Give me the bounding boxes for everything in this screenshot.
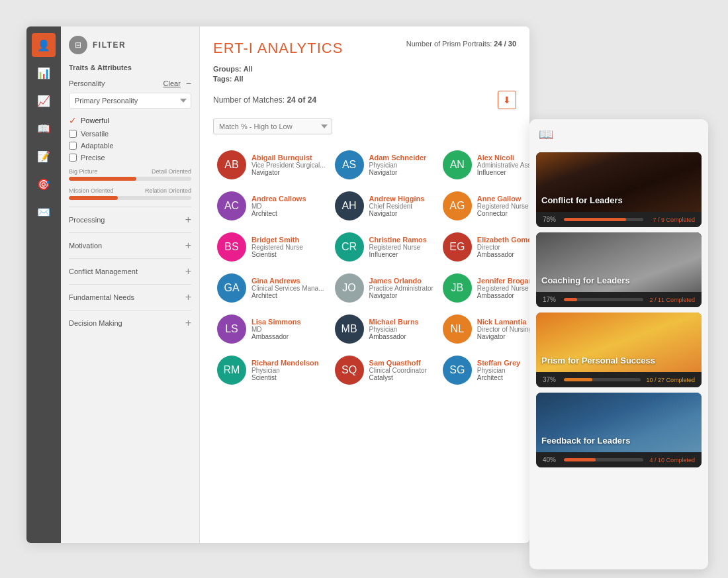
person-info: Jennifer Brogan Registered Nurse Ambassa… xyxy=(477,277,529,299)
person-avatar: AG xyxy=(443,191,472,220)
course-card[interactable]: Conflict for Leaders 78% 7 / 9 Completed xyxy=(536,152,702,227)
person-title: Director xyxy=(477,244,529,251)
person-avatar: AN xyxy=(443,150,472,179)
person-info: Adam Schneider Physician Navigator xyxy=(369,154,433,176)
filter-panel: ⊟ FILTER Traits & Attributes Personality… xyxy=(61,26,200,543)
filter-decision-plus: + xyxy=(185,317,191,329)
progress-bar-track xyxy=(564,298,643,301)
person-name: Bridget Smith xyxy=(251,236,326,244)
person-card[interactable]: GA Gina Andrews Clinical Services Mana..… xyxy=(213,268,330,308)
nav-analytics[interactable]: 📊 xyxy=(32,61,56,85)
person-name: Richard Mendelson xyxy=(251,359,326,367)
person-card[interactable]: SG Steffan Grey Physician Architect xyxy=(439,350,529,390)
person-card[interactable]: AN Alex Nicoli Administrative Assistant … xyxy=(439,145,529,185)
download-button[interactable]: ⬇ xyxy=(498,91,516,109)
groups-row: Groups: All xyxy=(213,65,516,73)
nav-messages[interactable]: ✉️ xyxy=(32,200,56,224)
course-panel-header: 📖 xyxy=(529,119,708,150)
filter-processing-label: Processing xyxy=(69,216,105,224)
person-avatar: SQ xyxy=(335,356,364,385)
person-card[interactable]: RM Richard Mendelson Physician Scientist xyxy=(213,350,330,390)
person-card[interactable]: AB Abigail Burnquist Vice President Surg… xyxy=(213,145,330,185)
person-name: Christine Ramos xyxy=(369,236,433,244)
person-name: Anne Gallow xyxy=(477,195,529,203)
person-title: Physician xyxy=(477,367,529,374)
course-completed: 2 / 11 Completed xyxy=(649,297,695,303)
course-card-title: Conflict for Leaders xyxy=(541,195,623,207)
content-header: ERT-I ANALYTICS Number of Prism Portrait… xyxy=(213,40,516,57)
traits-section-title: Traits & Attributes xyxy=(69,64,191,72)
personality-dropdown[interactable]: Primary Personality Secondary Personalit… xyxy=(69,93,191,109)
course-pct: 17% xyxy=(543,296,559,303)
person-info: Abigail Burnquist Vice President Surgica… xyxy=(251,154,326,176)
nav-sidebar: 👤 📊 📈 📖 📝 🎯 ✉️ xyxy=(26,26,61,543)
progress-bar-fill xyxy=(564,218,626,221)
person-card[interactable]: NL Nick Lamantia Director of Nursing Nav… xyxy=(439,309,529,349)
person-role: Navigator xyxy=(251,169,326,176)
course-completed: 4 / 10 Completed xyxy=(649,457,695,463)
person-title: Registered Nurse xyxy=(477,285,529,292)
slider-track-mission[interactable] xyxy=(69,196,191,200)
sort-dropdown[interactable]: Match % - High to Low Match % - Low to H… xyxy=(213,119,332,134)
portrait-count: Number of Prism Portraits: 24 / 30 xyxy=(406,40,516,48)
slider-mission-labels: Mission Oriented Relation Oriented xyxy=(69,187,191,194)
filter-processing-plus: + xyxy=(185,214,191,226)
checkbox-precise-input[interactable] xyxy=(69,154,77,162)
person-avatar: AC xyxy=(217,191,246,220)
minus-button[interactable]: − xyxy=(186,78,191,89)
checkbox-adaptable-input[interactable] xyxy=(69,142,77,150)
course-card[interactable]: Coaching for Leaders 17% 2 / 11 Complete… xyxy=(536,232,702,307)
person-card[interactable]: SQ Sam Quasthoff Clinical Coordinator Ca… xyxy=(331,350,437,390)
course-card-title: Prism for Personal Success xyxy=(541,356,655,367)
tags-value: All xyxy=(234,75,244,83)
nav-courses[interactable]: 📖 xyxy=(32,117,56,140)
slider-track-bigpicture[interactable] xyxy=(69,177,191,181)
checkbox-label-versatile: Versatile xyxy=(81,130,109,138)
person-role: Navigator xyxy=(369,292,433,299)
person-avatar: CR xyxy=(335,232,364,262)
filter-decision[interactable]: Decision Making + xyxy=(69,310,191,336)
clear-link[interactable]: Clear xyxy=(163,79,181,87)
filter-processing[interactable]: Processing + xyxy=(69,207,191,232)
checkbox-versatile-input[interactable] xyxy=(69,130,77,138)
course-pct: 37% xyxy=(543,376,559,383)
person-role: Ambassador xyxy=(477,251,529,258)
personality-label: Personality xyxy=(69,79,105,87)
course-card-image: Conflict for Leaders xyxy=(536,152,702,212)
person-name: Gina Andrews xyxy=(251,277,326,285)
person-info: Anne Gallow Registered Nurse Connector xyxy=(477,195,529,217)
person-name: Andrea Callows xyxy=(251,195,326,203)
filter-icon: ⊟ xyxy=(69,36,87,54)
person-card[interactable]: BS Bridget Smith Registered Nurse Scient… xyxy=(213,227,330,267)
course-completed: 7 / 9 Completed xyxy=(649,217,695,223)
course-panel: 📖 Conflict for Leaders 78% 7 / 9 Complet… xyxy=(529,119,708,569)
person-card[interactable]: LS Lisa Simmons MD Ambassador xyxy=(213,309,330,349)
person-role: Catalyst xyxy=(369,374,433,381)
person-name: Jennifer Brogan xyxy=(477,277,529,285)
nav-targets[interactable]: 🎯 xyxy=(32,172,56,196)
filter-motivation-plus: + xyxy=(185,240,191,252)
filter-fundamental[interactable]: Fundamental Needs + xyxy=(69,284,191,310)
courses-scroll[interactable]: Conflict for Leaders 78% 7 / 9 Completed… xyxy=(529,150,708,569)
person-card[interactable]: EG Elizabeth Gomez Director Ambassador xyxy=(439,227,529,267)
course-card[interactable]: Feedback for Leaders 40% 4 / 10 Complete… xyxy=(536,393,702,467)
person-card[interactable]: AG Anne Gallow Registered Nurse Connecto… xyxy=(439,186,529,226)
filter-fundamental-plus: + xyxy=(185,291,191,303)
filter-conflict[interactable]: Conflict Management + xyxy=(69,258,191,284)
person-card[interactable]: AC Andrea Callows MD Architect xyxy=(213,186,330,226)
person-card[interactable]: CR Christine Ramos Registered Nurse Infl… xyxy=(331,227,437,267)
nav-profile[interactable]: 👤 xyxy=(32,33,56,57)
course-card[interactable]: Prism for Personal Success 37% 10 / 27 C… xyxy=(536,313,702,387)
person-card[interactable]: MB Michael Burns Physician Ambassador xyxy=(331,309,437,349)
person-card[interactable]: JB Jennifer Brogan Registered Nurse Amba… xyxy=(439,268,529,308)
person-role: Architect xyxy=(251,210,326,217)
person-card[interactable]: JO James Orlando Practice Administrator … xyxy=(331,268,437,308)
nav-reports[interactable]: 📈 xyxy=(32,89,56,113)
filter-conflict-label: Conflict Management xyxy=(69,267,138,275)
person-card[interactable]: AH Andrew Higgins Chief Resident Navigat… xyxy=(331,186,437,226)
filter-motivation[interactable]: Motivation + xyxy=(69,232,191,258)
nav-notes[interactable]: 📝 xyxy=(32,144,56,168)
person-title: Director of Nursing xyxy=(477,326,529,333)
person-title: MD xyxy=(251,203,326,210)
person-card[interactable]: AS Adam Schneider Physician Navigator xyxy=(331,145,437,185)
